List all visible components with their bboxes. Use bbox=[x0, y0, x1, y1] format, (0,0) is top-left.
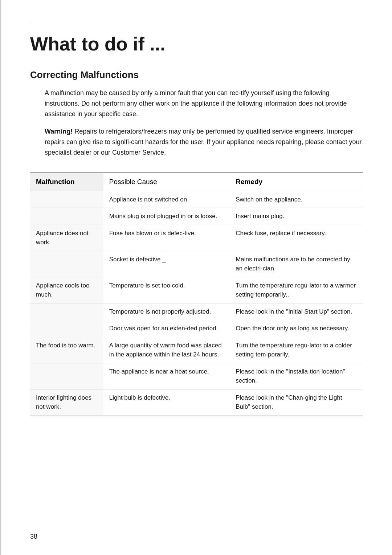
cell-remedy: Mains malfunctions are to be corrected b… bbox=[230, 251, 363, 277]
cell-malfunction bbox=[30, 303, 103, 320]
cell-cause: Mains plug is not plugged in or is loose… bbox=[103, 208, 230, 225]
page-number: 38 bbox=[30, 533, 37, 540]
top-divider bbox=[30, 22, 363, 22]
page-title: What to do if ... bbox=[30, 33, 363, 55]
cell-malfunction: Appliance does not work. bbox=[30, 225, 103, 251]
cell-remedy: Check fuse, replace if necessary. bbox=[230, 225, 363, 251]
malfunctions-table: Malfunction Possible Cause Remedy Applia… bbox=[30, 172, 363, 416]
table-row: Mains plug is not plugged in or is loose… bbox=[30, 208, 363, 225]
cell-cause: A large quantity of warm food was placed… bbox=[103, 337, 230, 363]
table-row: The appliance is near a heat source.Plea… bbox=[30, 363, 363, 389]
header-remedy: Remedy bbox=[230, 172, 363, 191]
page: What to do if ... Correcting Malfunction… bbox=[0, 0, 392, 555]
warning-text: Repairs to refrigerators/freezers may on… bbox=[45, 128, 362, 156]
cell-remedy: Please look in the "Initial Start Up" se… bbox=[230, 303, 363, 320]
table-row: Temperature is not properly adjusted.Ple… bbox=[30, 303, 363, 320]
cell-malfunction bbox=[30, 320, 103, 337]
cell-malfunction bbox=[30, 251, 103, 277]
cell-remedy: Turn the temperature regu-lator to a war… bbox=[230, 277, 363, 303]
table-row: Appliance cools too much.Temperature is … bbox=[30, 277, 363, 303]
cell-remedy: Switch on the appliance. bbox=[230, 191, 363, 208]
cell-remedy: Turn the temperature regu-lator to a col… bbox=[230, 337, 363, 363]
cell-malfunction bbox=[30, 208, 103, 225]
cell-remedy: Open the door only as long as necessary. bbox=[230, 320, 363, 337]
cell-remedy: Please look in the "Installa-tion locati… bbox=[230, 363, 363, 389]
warning-paragraph: Warning! Repairs to refrigerators/freeze… bbox=[45, 126, 363, 158]
cell-malfunction bbox=[30, 363, 103, 389]
table-header-row: Malfunction Possible Cause Remedy bbox=[30, 172, 363, 191]
cell-cause: Door was open for an exten-ded period. bbox=[103, 320, 230, 337]
cell-remedy: Please look in the "Chan-ging the Light … bbox=[230, 389, 363, 415]
cell-cause: Temperature is set too cold. bbox=[103, 277, 230, 303]
cell-malfunction bbox=[30, 191, 103, 208]
cell-cause: Temperature is not properly adjusted. bbox=[103, 303, 230, 320]
table-row: The food is too warm.A large quantity of… bbox=[30, 337, 363, 363]
table-row: Appliance does not work.Fuse has blown o… bbox=[30, 225, 363, 251]
cell-malfunction: Appliance cools too much. bbox=[30, 277, 103, 303]
header-cause: Possible Cause bbox=[103, 172, 230, 191]
table-row: Socket is defective _Mains malfunctions … bbox=[30, 251, 363, 277]
cell-cause: Fuse has blown or is defec-tive. bbox=[103, 225, 230, 251]
table-row: Interior lighting does not work.Light bu… bbox=[30, 389, 363, 415]
cell-cause: Socket is defective _ bbox=[103, 251, 230, 277]
cell-malfunction: The food is too warm. bbox=[30, 337, 103, 363]
intro-paragraph: A malfunction may be caused by only a mi… bbox=[45, 88, 363, 119]
table-row: Door was open for an exten-ded period.Op… bbox=[30, 320, 363, 337]
cell-cause: Appliance is not switched on bbox=[103, 191, 230, 208]
cell-malfunction: Interior lighting does not work. bbox=[30, 389, 103, 415]
warning-bold: Warning! bbox=[45, 128, 73, 135]
section-heading: Correcting Malfunctions bbox=[30, 69, 363, 81]
table-row: Appliance is not switched onSwitch on th… bbox=[30, 191, 363, 208]
cell-cause: Light bulb is defective. bbox=[103, 389, 230, 415]
cell-remedy: Insert mains plug. bbox=[230, 208, 363, 225]
cell-cause: The appliance is near a heat source. bbox=[103, 363, 230, 389]
header-malfunction: Malfunction bbox=[30, 172, 103, 191]
